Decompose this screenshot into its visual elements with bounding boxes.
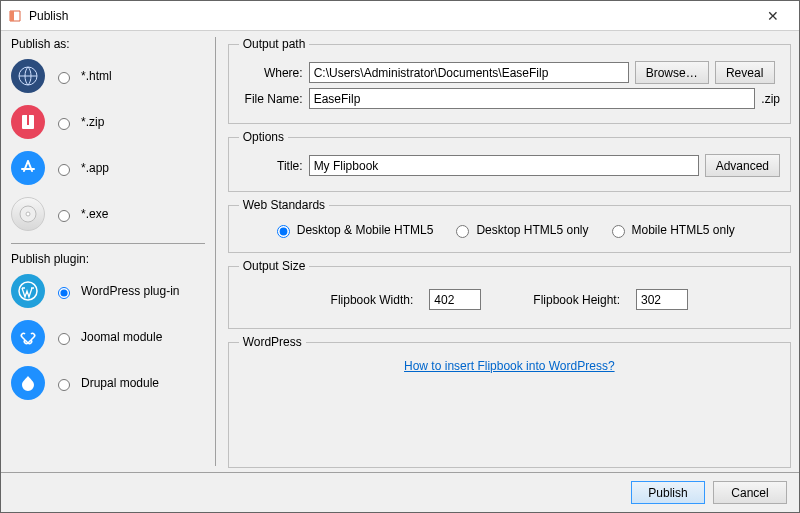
advanced-button[interactable]: Advanced: [705, 154, 780, 177]
height-label: Flipbook Height:: [533, 293, 620, 307]
ws-radio-2[interactable]: [612, 225, 625, 238]
format-exe-label: *.exe: [81, 207, 108, 221]
wordpress-legend: WordPress: [239, 335, 306, 349]
app-store-icon: [11, 151, 45, 185]
plugin-wordpress-label: WordPress plug-in: [81, 284, 179, 298]
ws-label-1: Desktop HTML5 only: [476, 223, 588, 237]
ws-label-2: Mobile HTML5 only: [632, 223, 735, 237]
filename-ext: .zip: [761, 92, 780, 106]
joomla-icon: [11, 320, 45, 354]
web-standards-legend: Web Standards: [239, 198, 330, 212]
format-zip[interactable]: *.zip: [11, 99, 205, 145]
height-input[interactable]: [636, 289, 688, 310]
options-legend: Options: [239, 130, 288, 144]
format-zip-radio[interactable]: [58, 118, 70, 130]
ws-radio-1[interactable]: [456, 225, 469, 238]
left-panel: Publish as: *.html *.zip: [1, 31, 215, 472]
dialog-footer: Publish Cancel: [1, 472, 799, 512]
group-web-standards: Web Standards Desktop & Mobile HTML5 Des…: [228, 198, 791, 253]
ws-option-1[interactable]: Desktop HTML5 only: [451, 222, 588, 238]
drupal-icon: [11, 366, 45, 400]
plugin-joomla-radio[interactable]: [58, 333, 70, 345]
output-size-legend: Output Size: [239, 259, 310, 273]
app-icon: [7, 8, 23, 24]
window-title: Publish: [29, 9, 753, 23]
ws-label-0: Desktop & Mobile HTML5: [297, 223, 434, 237]
cancel-button[interactable]: Cancel: [713, 481, 787, 504]
output-path-legend: Output path: [239, 37, 310, 51]
format-app-radio[interactable]: [58, 164, 70, 176]
wordpress-help-link[interactable]: How to insert Flipbook into WordPress?: [404, 359, 615, 373]
plugin-drupal-radio[interactable]: [58, 379, 70, 391]
publish-as-label: Publish as:: [11, 37, 205, 53]
width-input[interactable]: [429, 289, 481, 310]
right-panel: Output path Where: Browse… Reveal File N…: [216, 31, 799, 472]
title-input[interactable]: [309, 155, 699, 176]
format-exe-radio[interactable]: [58, 210, 70, 222]
publish-plugin-label: Publish plugin:: [11, 252, 205, 268]
reveal-button[interactable]: Reveal: [715, 61, 775, 84]
ws-radio-0[interactable]: [277, 225, 290, 238]
group-output-size: Output Size Flipbook Width: Flipbook Hei…: [228, 259, 791, 329]
format-html-label: *.html: [81, 69, 112, 83]
left-divider: [11, 243, 205, 244]
close-button[interactable]: ✕: [753, 4, 793, 28]
group-options: Options Title: Advanced: [228, 130, 791, 192]
ws-option-0[interactable]: Desktop & Mobile HTML5: [272, 222, 434, 238]
group-output-path: Output path Where: Browse… Reveal File N…: [228, 37, 791, 124]
globe-icon: [11, 59, 45, 93]
publish-dialog: Publish ✕ Publish as: *.html *.zip: [0, 0, 800, 513]
dialog-body: Publish as: *.html *.zip: [1, 31, 799, 472]
width-label: Flipbook Width:: [331, 293, 414, 307]
wordpress-icon: [11, 274, 45, 308]
svg-point-5: [19, 282, 37, 300]
filename-input[interactable]: [309, 88, 756, 109]
format-app[interactable]: *.app: [11, 145, 205, 191]
format-html-radio[interactable]: [58, 72, 70, 84]
svg-point-4: [26, 212, 30, 216]
ws-option-2[interactable]: Mobile HTML5 only: [607, 222, 735, 238]
format-app-label: *.app: [81, 161, 109, 175]
browse-button[interactable]: Browse…: [635, 61, 709, 84]
filename-label: File Name:: [239, 92, 303, 106]
format-exe[interactable]: *.exe: [11, 191, 205, 237]
format-html[interactable]: *.html: [11, 53, 205, 99]
publish-button[interactable]: Publish: [631, 481, 705, 504]
plugin-drupal-label: Drupal module: [81, 376, 159, 390]
disc-icon: [11, 197, 45, 231]
where-input[interactable]: [309, 62, 629, 83]
title-label: Title:: [239, 159, 303, 173]
plugin-joomla[interactable]: Joomal module: [11, 314, 205, 360]
where-label: Where:: [239, 66, 303, 80]
plugin-joomla-label: Joomal module: [81, 330, 162, 344]
svg-rect-2: [27, 115, 29, 125]
plugin-drupal[interactable]: Drupal module: [11, 360, 205, 406]
zip-icon: [11, 105, 45, 139]
plugin-wordpress[interactable]: WordPress plug-in: [11, 268, 205, 314]
group-wordpress: WordPress How to insert Flipbook into Wo…: [228, 335, 791, 468]
titlebar: Publish ✕: [1, 1, 799, 31]
plugin-wordpress-radio[interactable]: [58, 287, 70, 299]
format-zip-label: *.zip: [81, 115, 104, 129]
